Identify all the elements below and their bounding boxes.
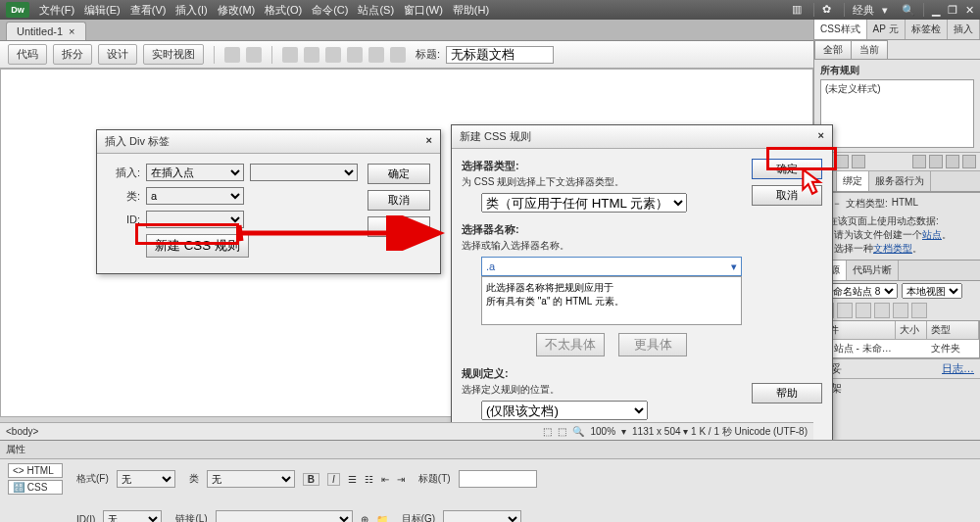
get-icon[interactable] [856,303,871,318]
minimize-icon[interactable]: ▁ [932,4,940,17]
class-select[interactable]: a [146,187,244,205]
files-table[interactable]: 文件 大小 类型 📁 站点 - 未命… 文件夹 [814,320,980,358]
menu-commands[interactable]: 命令(C) [312,3,348,18]
zoom-icon[interactable]: 🔍 [572,426,584,437]
format-select[interactable]: 无 [117,470,175,488]
view-code-button[interactable]: 代码 [8,44,47,65]
indent-icon[interactable]: ⇥ [397,474,405,485]
prop-icon[interactable] [835,155,849,168]
target-select[interactable] [443,510,521,522]
select-tool-icon[interactable]: ⬚ [558,426,566,437]
menu-window[interactable]: 窗口(W) [404,3,443,18]
point-to-file-icon[interactable]: ⊕ [361,514,368,523]
layout-preset[interactable]: 经典 [853,3,874,18]
site-link[interactable]: 站点 [922,229,942,240]
menu-help[interactable]: 帮助(H) [453,3,489,18]
italic-button[interactable]: I [327,473,340,486]
menu-site[interactable]: 站点(S) [358,3,394,18]
id-select[interactable]: 无 [103,510,162,522]
table-row[interactable]: 📁 站点 - 未命… 文件夹 [815,340,979,357]
doctype-link[interactable]: 文档类型 [873,243,912,254]
tool-icon[interactable] [282,47,298,63]
tab-snippets[interactable]: 代码片断 [847,261,899,280]
menu-insert[interactable]: 插入(I) [175,3,207,18]
tab-ap-elements[interactable]: AP 元 [867,20,906,39]
insert-select[interactable]: 在插入点 [146,164,244,181]
help-button[interactable]: 帮助 [368,216,430,237]
selector-type-select[interactable]: 类（可应用于任何 HTML 元素） [481,193,687,213]
close-tab-icon[interactable]: × [69,25,74,37]
link-select[interactable] [216,510,353,522]
hand-tool-icon[interactable]: ⬚ [543,426,552,437]
expand-icon[interactable] [911,303,927,318]
sync-icon[interactable] [893,303,908,318]
help-button[interactable]: 帮助 [752,383,822,403]
tool-icon[interactable] [304,47,319,63]
edit-icon[interactable] [946,155,959,168]
tag-selector[interactable]: <body> [6,426,38,437]
tool-icon[interactable] [368,47,384,63]
title-input[interactable] [459,470,537,488]
prop-icon[interactable] [852,155,865,168]
tool-icon[interactable] [390,47,406,63]
search-icon[interactable]: 🔍 [902,4,915,17]
window-size[interactable]: 1131 x 504 ▾ 1 K / 1 秒 Unicode (UTF-8) [632,425,808,439]
rules-list[interactable]: (未定义样式) [820,79,974,148]
list-ol-icon[interactable]: ☷ [365,474,373,485]
less-specific-button[interactable]: 不太具体 [536,333,605,356]
log-link[interactable]: 日志… [942,361,974,376]
tool-icon[interactable] [325,47,341,63]
menu-modify[interactable]: 修改(M) [218,3,256,18]
tab-insert[interactable]: 插入 [948,20,980,39]
mode-css-button[interactable]: 🔠 CSS [8,480,63,495]
css-all-button[interactable]: 全部 [814,40,852,59]
gear-icon[interactable]: ✿ [822,3,836,17]
insert-at-select[interactable] [250,164,358,181]
view-live-button[interactable]: 实时视图 [143,44,204,65]
chevron-down-icon[interactable]: ▾ [882,4,888,17]
close-icon[interactable]: × [426,134,432,149]
menu-file[interactable]: 文件(F) [39,3,74,18]
selector-name-input[interactable]: .a▾ [481,257,742,276]
cancel-button[interactable]: 取消 [368,190,430,211]
tab-server-behaviors[interactable]: 服务器行为 [869,171,931,191]
new-icon[interactable] [929,155,943,168]
ok-button[interactable]: 确定 [368,164,430,184]
title-input[interactable] [446,46,554,64]
view-select[interactable]: 本地视图 [902,283,962,299]
put-icon[interactable] [874,303,890,318]
menu-format[interactable]: 格式(O) [265,3,302,18]
maximize-icon[interactable]: ❐ [948,4,957,17]
new-css-rule-button[interactable]: 新建 CSS 规则 [146,234,249,258]
view-design-button[interactable]: 设计 [98,44,137,65]
tool-icon[interactable] [224,47,240,63]
layout-icon[interactable]: ▥ [792,3,806,17]
mode-html-button[interactable]: <> HTML [8,463,63,478]
menu-view[interactable]: 查看(V) [130,3,167,18]
bold-button[interactable]: B [303,473,319,486]
view-split-button[interactable]: 拆分 [53,44,92,65]
rule-def-select[interactable]: (仅限该文档) [481,401,648,420]
remove-icon[interactable]: － [832,197,842,211]
document-tab[interactable]: Untitled-1 × [6,22,86,40]
css-current-button[interactable]: 当前 [851,40,888,59]
outdent-icon[interactable]: ⇤ [381,474,389,485]
class-select[interactable]: 无 [207,470,295,488]
attach-icon[interactable] [912,155,926,168]
menu-edit[interactable]: 编辑(E) [84,3,121,18]
close-icon[interactable]: × [818,129,824,144]
delete-icon[interactable] [962,155,976,168]
list-ul-icon[interactable]: ☰ [348,474,357,485]
id-select[interactable] [146,211,244,228]
new-css-rule-dialog: 新建 CSS 规则 × 选择器类型: 为 CSS 规则选择上下文选择器类型。 类… [451,124,833,441]
refresh-icon[interactable] [837,303,853,318]
browse-icon[interactable]: 📁 [376,514,388,523]
zoom-value[interactable]: 100% [590,426,615,437]
tool-icon[interactable] [246,47,262,63]
tab-css-styles[interactable]: CSS样式 [814,20,867,39]
tab-bindings[interactable]: 绑定 [837,171,869,191]
close-icon[interactable]: ✕ [965,4,974,17]
tab-tag-inspector[interactable]: 标签检 [906,20,948,39]
more-specific-button[interactable]: 更具体 [618,333,687,356]
tool-icon[interactable] [347,47,363,63]
